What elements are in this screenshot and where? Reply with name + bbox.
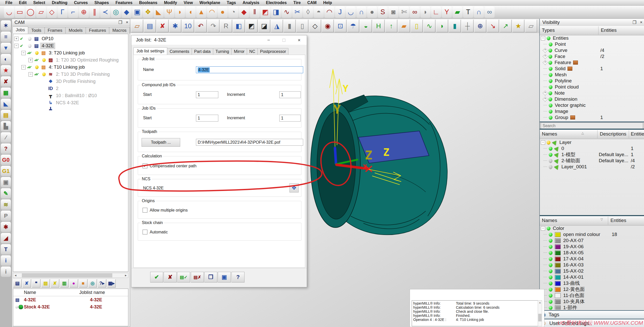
dialog-tab[interactable]: Turning [213,48,232,55]
dialog-tab[interactable]: Job list settings [133,47,167,55]
apply-check-button[interactable]: ▤✓ [177,272,190,283]
lasso-select-icon[interactable]: ▨ [41,279,50,288]
bulb-icon[interactable] [549,257,553,261]
branch-icon[interactable]: Υ [442,7,452,18]
jobids-start-field[interactable]: 1 [196,115,218,122]
layers-root[interactable]: − Layer [540,139,644,145]
cube-pair-icon[interactable]: ◩ [246,20,257,32]
bulb-icon[interactable] [549,233,553,236]
color-item[interactable]: 18-AX-05 [540,250,644,256]
maximize-icon[interactable]: □ [276,35,292,45]
ribbon-icon[interactable]: ✄ [399,7,409,18]
visibility-item[interactable]: Face /2 [540,53,644,60]
tree-expander-icon[interactable] [543,75,547,75]
menu-item[interactable]: View [180,0,196,5]
info-pen-icon[interactable]: i [1,266,11,277]
scrollbar-thumb[interactable] [538,314,542,321]
menu-item[interactable]: Drafting [49,0,71,5]
jobids-increment-field[interactable]: 1 [279,115,301,122]
center-mark-icon[interactable]: ⊕ [79,7,89,18]
column-header-entities[interactable]: Entities [610,218,626,223]
menu-item[interactable]: Shapes [91,0,112,5]
h-frame-icon[interactable]: H [373,20,385,32]
visibility-item[interactable]: Note [540,90,644,96]
hammer-icon[interactable]: ◆ [121,7,132,18]
wrench-icon[interactable]: ∕ [1,132,11,143]
g1-feed-icon[interactable]: G1 [1,166,11,176]
parking-icon[interactable]: P [1,211,11,221]
mask-icon[interactable]: ◙ [388,7,398,18]
elbow-icon[interactable]: ∟ [431,7,441,18]
color-item[interactable]: 14-AX-01 [540,274,644,280]
wire-box-icon[interactable]: ▯ [296,20,308,32]
preview-button[interactable]: ❐ [204,272,217,283]
3d-model[interactable] [287,53,465,242]
bulb-icon[interactable] [549,165,553,169]
log-list[interactable]: hyperMILL® Info: Total time: 9 seconds h… [412,300,538,326]
g0-rapid-icon[interactable]: G0 [1,155,11,165]
umbrella-icon[interactable]: ☂ [347,20,359,32]
solid-box-icon[interactable]: ▮ [284,20,296,32]
job-doc-icon[interactable]: ▤ [13,279,22,288]
cube-arrow-icon[interactable]: ▣ [132,7,142,18]
tool-gears-icon[interactable]: ✱ [1,222,11,232]
visibility-item[interactable]: Dimension [540,96,644,102]
wire-diamond-icon[interactable]: ◇ [309,20,321,32]
color-item[interactable]: open mind colour 18 [540,231,644,237]
cam-tab[interactable]: Macros [109,27,130,34]
delete-yellow-icon[interactable]: ✘ [51,279,59,288]
run-help-icon[interactable]: ?▸ [98,279,106,288]
scroll-left-icon[interactable]: ◂ [13,273,18,278]
bulb-icon[interactable] [549,147,553,151]
edit-pencil-icon[interactable]: ✎ [1,188,11,199]
spline-icon[interactable]: ◡ [4,7,14,18]
cam-tab[interactable]: Jobs [12,26,28,34]
pin-pair-icon[interactable]: ‖ [250,7,260,18]
visibility-item[interactable]: Point [540,41,644,47]
automatic-checkbox[interactable] [143,230,147,234]
bulb-icon[interactable] [549,245,553,249]
surface-patch-icon[interactable]: ◗ [175,7,185,18]
open-folder-icon[interactable]: ▱ [131,20,143,32]
s-curve-icon[interactable]: S [378,7,388,18]
menu-item[interactable]: Select [30,0,49,5]
dialog-tab[interactable]: Mirror [231,48,247,55]
bulb-icon[interactable] [549,85,553,89]
excel-export-icon[interactable]: ▦ [1,87,11,98]
search-input[interactable] [541,123,643,129]
bulb-icon[interactable] [549,294,553,298]
barrel-icon[interactable]: ● [218,7,228,18]
cam-tab[interactable]: Frames [44,27,66,34]
column-header-name[interactable]: Name [13,290,79,295]
menu-item[interactable]: File [2,0,16,5]
color-item[interactable]: 15-AX-02 [540,268,644,274]
layer-item[interactable]: Layer_0001 /2 [540,164,644,170]
name-field[interactable]: 4-32E [196,66,303,73]
dialog-tab[interactable]: Part data [192,48,213,55]
visibility-root[interactable]: − Entities [540,35,644,41]
bulb-icon[interactable] [35,65,39,69]
help-button[interactable]: ? [232,272,244,283]
slot-icon[interactable]: ▱ [36,7,46,18]
job-tree-item[interactable]: ┻ [13,106,128,113]
bulb-icon[interactable] [42,58,46,62]
gear-icon[interactable]: ✱ [169,20,181,32]
bulb-icon[interactable] [35,51,39,55]
undo-icon[interactable]: ↶ [195,20,207,32]
favorites-list-icon[interactable]: ★ [1,65,11,76]
tree-expander-icon[interactable]: − [541,36,545,40]
bulb-icon[interactable] [549,275,553,279]
compensated-center-path-checkbox[interactable]: ✓ [143,164,147,168]
color-item[interactable]: 16-AX-03 [540,262,644,268]
job-tree-item[interactable]: ↳ NCS 4-32E [13,99,128,106]
bulb-icon[interactable] [549,79,553,83]
column-header-names[interactable]: Names [542,218,557,223]
table-row[interactable]: ▤ 4-32E 4-32E [13,296,128,303]
visibility-item[interactable]: Solid 1 [540,66,644,72]
slider-icon[interactable]: ┼ [462,20,473,32]
bulb-icon[interactable] [549,288,553,291]
bulb-icon[interactable] [549,110,553,113]
menu-item[interactable]: Tire [290,0,304,5]
stock-cylinder-icon[interactable]: ◎ [88,279,97,288]
bulb-icon[interactable] [548,61,552,65]
